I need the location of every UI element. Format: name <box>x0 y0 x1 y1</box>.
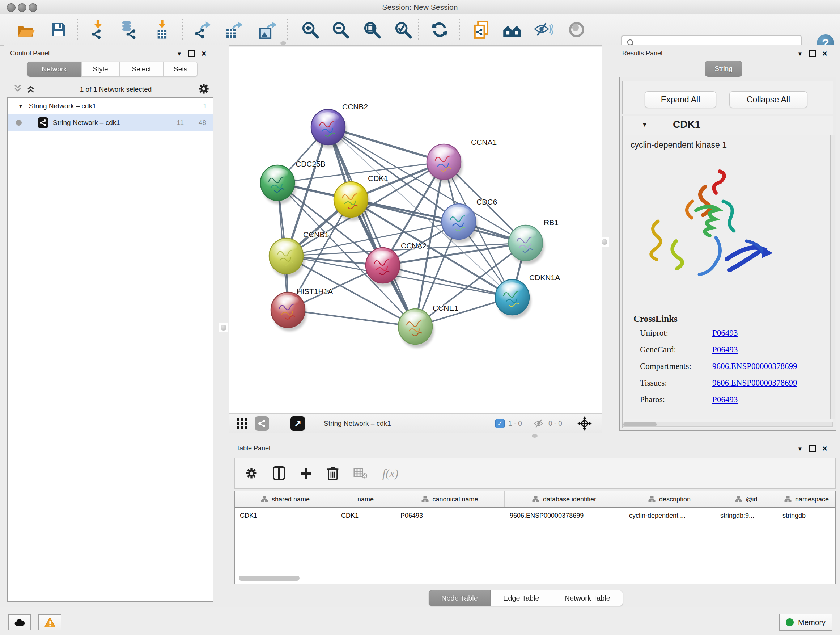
table-options-gear-icon[interactable] <box>245 467 258 480</box>
first-neighbors-icon[interactable] <box>501 19 524 41</box>
network-row[interactable]: String Network – cdk1 11 48 <box>8 114 213 131</box>
table-splitter-handle[interactable] <box>532 434 538 438</box>
network-node[interactable] <box>508 225 545 264</box>
show-details-icon[interactable] <box>565 19 588 41</box>
network-graph[interactable]: CCNB2CCNA1CDC25BCDK1CDC6RB1CCNB1CCNA2CDK… <box>229 47 602 413</box>
column-header--id[interactable]: @id <box>715 491 777 507</box>
clone-network-icon[interactable] <box>470 19 493 41</box>
network-node[interactable] <box>495 279 531 318</box>
open-file-icon[interactable] <box>14 19 37 41</box>
tab-select[interactable]: Select <box>119 62 164 77</box>
tab-sets[interactable]: Sets <box>164 62 197 77</box>
table-cell[interactable]: P06493 <box>395 512 505 519</box>
network-node[interactable] <box>398 309 434 348</box>
selected-items-checkbox[interactable]: ✓ <box>495 419 505 428</box>
top-splitter-handle[interactable] <box>280 41 286 45</box>
column-header-database-identifier[interactable]: database identifier <box>505 491 624 507</box>
results-horizontal-scrollbar[interactable] <box>623 422 833 427</box>
network-node[interactable] <box>311 109 347 149</box>
collapse-all-networks-icon[interactable] <box>14 84 22 93</box>
panel-close-icon[interactable]: × <box>202 51 207 56</box>
left-splitter[interactable] <box>215 45 229 439</box>
network-node[interactable] <box>271 292 307 331</box>
network-node[interactable] <box>261 165 296 204</box>
import-table-icon[interactable] <box>151 19 174 41</box>
import-network-database-icon[interactable] <box>118 19 141 41</box>
detach-view-icon[interactable]: ↗ <box>291 416 305 431</box>
import-network-file-icon[interactable] <box>87 19 110 41</box>
memory-button[interactable]: Memory <box>779 614 832 631</box>
panel-close-icon[interactable]: × <box>822 446 827 451</box>
zoom-out-icon[interactable] <box>329 19 352 41</box>
tab-string-label: String <box>714 65 733 73</box>
table-panel-title: Table Panel <box>236 445 270 452</box>
panel-float-icon[interactable] <box>809 445 816 452</box>
warnings-button[interactable] <box>38 614 62 630</box>
node-table[interactable]: shared namenamecanonical namedatabase id… <box>234 491 836 584</box>
left-splitter-handle[interactable] <box>219 323 228 333</box>
export-table-icon[interactable] <box>222 19 245 41</box>
network-view-icon[interactable] <box>255 416 269 431</box>
network-node-count: 11 <box>177 119 184 127</box>
crosslink-link[interactable]: 9606.ENSP00000378699 <box>712 362 835 371</box>
table-cell[interactable]: cyclin-dependent ... <box>624 512 715 519</box>
expand-all-button[interactable]: Expand All <box>645 91 716 108</box>
table-row[interactable]: CDK1CDK1P064939606.ENSP00000378699cyclin… <box>235 508 835 523</box>
hide-details-icon[interactable] <box>532 19 555 41</box>
panel-menu-icon[interactable]: ▼ <box>177 51 182 57</box>
network-options-gear-icon[interactable] <box>197 82 210 95</box>
expand-all-networks-icon[interactable] <box>26 84 35 93</box>
crosslink-link[interactable]: P06493 <box>712 345 821 355</box>
network-node[interactable] <box>334 182 370 221</box>
tab-edge-table[interactable]: Edge Table <box>491 590 552 606</box>
tab-string[interactable]: String <box>705 61 742 77</box>
refresh-icon[interactable] <box>428 19 451 41</box>
panel-menu-icon[interactable]: ▼ <box>797 51 803 57</box>
node-label: CCNE1 <box>433 304 458 312</box>
column-header-canonical-name[interactable]: canonical name <box>395 491 505 507</box>
crosslink-link[interactable]: P06493 <box>712 395 821 404</box>
results-vertical-scrollbar[interactable] <box>831 135 835 418</box>
table-cell[interactable]: CDK1 <box>336 512 395 519</box>
column-header-shared-name[interactable]: shared name <box>235 491 336 507</box>
table-cell[interactable]: stringdb:9... <box>715 512 777 519</box>
network-collection-row[interactable]: ▼ String Network – cdk1 1 <box>8 98 213 114</box>
export-image-icon[interactable] <box>256 19 279 41</box>
control-panel-window-controls: ▼ × <box>177 50 207 57</box>
protein-structure-image <box>638 167 774 290</box>
tab-node-table[interactable]: Node Table <box>429 590 491 606</box>
tab-style[interactable]: Style <box>81 62 119 77</box>
delete-columns-icon[interactable] <box>327 466 339 480</box>
network-node[interactable] <box>427 144 463 183</box>
grid-view-icon[interactable] <box>236 417 248 430</box>
crosslink-link[interactable]: P06493 <box>712 328 821 338</box>
tab-network[interactable]: Network <box>27 62 81 77</box>
cloud-status-button[interactable] <box>8 614 31 630</box>
show-columns-icon[interactable] <box>272 466 286 480</box>
current-network-name: String Network – cdk1 <box>324 420 391 428</box>
zoom-in-icon[interactable] <box>298 19 322 41</box>
table-cell[interactable]: 9606.ENSP00000378699 <box>505 512 624 519</box>
network-canvas[interactable]: CCNB2CCNA1CDC25BCDK1CDC6RB1CCNB1CCNA2CDK… <box>229 47 602 413</box>
gene-expander-icon[interactable]: ▼ <box>642 122 647 128</box>
panel-menu-icon[interactable]: ▼ <box>797 446 803 452</box>
panel-float-icon[interactable] <box>809 50 816 57</box>
collapse-all-button[interactable]: Collapse All <box>729 91 807 108</box>
zoom-selected-icon[interactable] <box>392 19 415 41</box>
zoom-fit-icon[interactable] <box>360 19 384 41</box>
table-cell[interactable]: stringdb <box>777 512 836 519</box>
panel-float-icon[interactable] <box>188 50 195 57</box>
column-header-name[interactable]: name <box>336 491 395 507</box>
table-horizontal-scrollbar[interactable] <box>239 576 300 581</box>
export-network-icon[interactable] <box>191 19 214 41</box>
collection-expander-icon[interactable]: ▼ <box>18 103 23 109</box>
save-session-icon[interactable] <box>47 19 70 41</box>
column-header-namespace[interactable]: namespace <box>777 491 836 507</box>
panel-close-icon[interactable]: × <box>822 51 827 56</box>
birds-eye-view-icon[interactable] <box>577 416 592 431</box>
create-column-icon[interactable] <box>300 467 312 479</box>
crosslink-link[interactable]: 9606.ENSP00000378699 <box>712 378 835 388</box>
column-header-description[interactable]: description <box>624 491 715 507</box>
tab-network-table[interactable]: Network Table <box>552 590 623 606</box>
table-cell[interactable]: CDK1 <box>235 512 336 519</box>
